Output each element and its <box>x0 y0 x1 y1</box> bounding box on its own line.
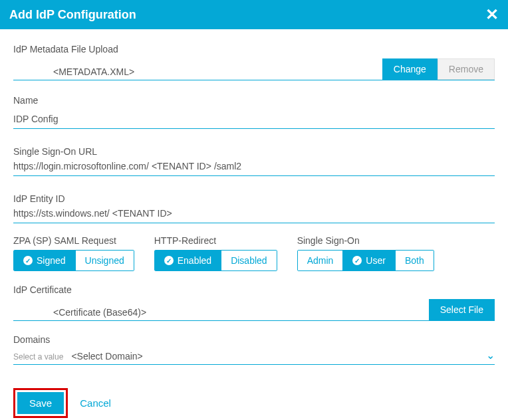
dialog-header: Add IdP Configuration ✕ <box>0 0 508 29</box>
http-redirect-group: HTTP-Redirect ✓ Enabled Disabled <box>154 235 277 271</box>
domains-value: <Select Domain> <box>71 351 486 362</box>
save-highlight-box: Save <box>13 388 68 418</box>
chevron-down-icon: ⌄ <box>486 349 495 362</box>
entity-id-prefix: https://sts.windows.net/ <box>13 208 110 219</box>
sso-url-prefix: https://login.microsoftonline.com/ <box>13 161 149 171</box>
close-icon[interactable]: ✕ <box>485 7 499 23</box>
name-input[interactable] <box>13 110 495 129</box>
cert-row: <Certificate (Base64)> Select File <box>13 299 495 321</box>
saml-signed-label: Signed <box>37 255 66 266</box>
select-file-button[interactable]: Select File <box>429 299 495 320</box>
domains-placeholder: Select a value <box>13 352 63 362</box>
sso-url-suffix: /saml2 <box>214 161 241 171</box>
check-icon: ✓ <box>164 256 174 265</box>
http-disabled-label: Disabled <box>231 255 267 266</box>
label-cert: IdP Certificate <box>13 284 495 295</box>
label-metadata: IdP Metadata File Upload <box>13 44 495 54</box>
sso-user-button[interactable]: ✓ User <box>342 251 395 270</box>
http-enabled-label: Enabled <box>178 255 211 266</box>
label-sso-mode: Single Sign-On <box>297 235 434 246</box>
label-domains: Domains <box>13 334 495 345</box>
label-name: Name <box>13 95 495 106</box>
saml-signed-button[interactable]: ✓ Signed <box>14 251 75 270</box>
label-sso-url: Single Sign-On URL <box>13 146 495 157</box>
sso-user-label: User <box>366 255 386 266</box>
sso-url-input[interactable]: https://login.microsoftonline.com/ <TENA… <box>13 161 495 176</box>
sso-both-label: Both <box>405 255 424 266</box>
label-saml-request: ZPA (SP) SAML Request <box>13 235 134 246</box>
change-button[interactable]: Change <box>382 58 438 80</box>
cert-value: <Certificate (Base64)> <box>13 307 424 318</box>
sso-url-tenant-token: <TENANT ID> <box>152 161 211 171</box>
cancel-link[interactable]: Cancel <box>80 397 111 409</box>
http-enabled-button[interactable]: ✓ Enabled <box>155 251 221 270</box>
saml-unsigned-button[interactable]: Unsigned <box>75 251 134 270</box>
http-disabled-button[interactable]: Disabled <box>221 251 276 270</box>
entity-id-tenant-token: <TENANT ID> <box>112 208 172 219</box>
check-icon: ✓ <box>352 256 362 265</box>
label-http-redirect: HTTP-Redirect <box>154 235 277 246</box>
dialog-body[interactable]: IdP Metadata File Upload <METADATA.XML> … <box>0 27 508 385</box>
sso-mode-group: Single Sign-On Admin ✓ User Both <box>297 235 434 271</box>
dialog-footer: Save Cancel <box>0 385 499 420</box>
sso-both-button[interactable]: Both <box>395 251 434 270</box>
domains-select[interactable]: Select a value <Select Domain> ⌄ <box>13 349 495 365</box>
saml-unsigned-label: Unsigned <box>85 255 124 266</box>
sso-admin-label: Admin <box>307 255 334 266</box>
sso-admin-button[interactable]: Admin <box>298 251 343 270</box>
saml-request-group: ZPA (SP) SAML Request ✓ Signed Unsigned <box>13 235 134 271</box>
entity-id-input[interactable]: https://sts.windows.net/ <TENANT ID> <box>13 208 495 223</box>
check-icon: ✓ <box>23 256 33 265</box>
metadata-filename: <METADATA.XML> <box>13 66 377 77</box>
remove-button[interactable]: Remove <box>438 58 495 80</box>
metadata-row: <METADATA.XML> Change Remove <box>13 58 495 80</box>
label-entity-id: IdP Entity ID <box>13 193 495 204</box>
dialog-title: Add IdP Configuration <box>9 8 136 22</box>
save-button[interactable]: Save <box>17 392 64 414</box>
